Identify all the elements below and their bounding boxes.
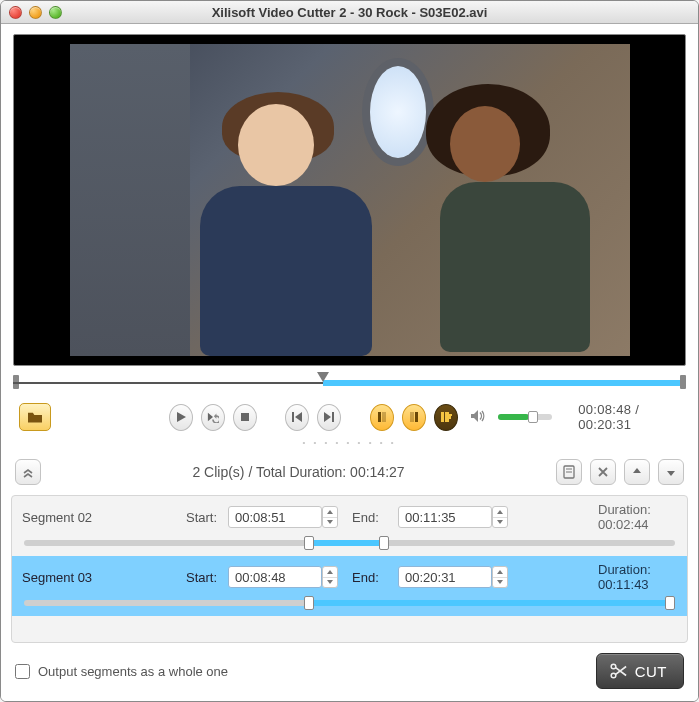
- svg-rect-0: [241, 413, 249, 421]
- video-frame: [70, 44, 630, 356]
- segment-thumb-end[interactable]: [665, 596, 675, 610]
- titlebar: Xilisoft Video Cutter 2 - 30 Rock - S03E…: [1, 1, 698, 24]
- stepper-up[interactable]: [323, 507, 337, 518]
- start-stepper[interactable]: [322, 566, 338, 588]
- mark-in-button[interactable]: [370, 404, 394, 431]
- prev-frame-button[interactable]: [285, 404, 309, 431]
- segment-end-input[interactable]: [398, 506, 492, 528]
- mark-in-icon: [376, 411, 388, 423]
- footer: Output segments as a whole one CUT: [1, 643, 698, 701]
- chevrons-up-icon: [21, 465, 35, 479]
- segment-range: [304, 540, 389, 546]
- play-loop-button[interactable]: [201, 404, 225, 431]
- stepper-down[interactable]: [323, 518, 337, 528]
- volume-icon: [470, 409, 486, 426]
- end-label: End:: [352, 510, 398, 525]
- minimize-window-button[interactable]: [29, 6, 42, 19]
- end-stepper[interactable]: [492, 506, 508, 528]
- scissors-icon: [609, 662, 627, 680]
- segment-start-input[interactable]: [228, 566, 322, 588]
- timeline[interactable]: [13, 374, 686, 392]
- add-segment-button[interactable]: [434, 404, 458, 431]
- transport-controls: 00:08:48 / 00:20:31: [1, 400, 698, 436]
- prev-frame-icon: [291, 411, 303, 423]
- stepper-down[interactable]: [493, 518, 507, 528]
- play-loop-icon: [207, 411, 219, 423]
- stepper-up[interactable]: [493, 507, 507, 518]
- output-whole-label: Output segments as a whole one: [38, 664, 228, 679]
- clips-summary: 2 Clip(s) / Total Duration: 00:14:27: [49, 464, 548, 480]
- segment-track[interactable]: [24, 540, 675, 546]
- stepper-up[interactable]: [323, 567, 337, 578]
- timecode-total: 00:20:31: [578, 417, 631, 432]
- timeline-selection: [323, 380, 686, 386]
- stop-icon: [239, 411, 251, 423]
- arrow-down-icon: [664, 465, 678, 479]
- segment-name: Segment 03: [22, 570, 186, 585]
- mark-out-button[interactable]: [402, 404, 426, 431]
- splitter-grip[interactable]: • • • • • • • • •: [1, 436, 698, 453]
- toggle-clip-list-button[interactable]: [15, 459, 41, 485]
- stop-button[interactable]: [233, 404, 257, 431]
- segment-name: Segment 02: [22, 510, 186, 525]
- start-label: Start:: [186, 510, 228, 525]
- segment-duration: Duration: 00:11:43: [598, 562, 677, 592]
- cut-button-label: CUT: [635, 663, 667, 680]
- svg-rect-2: [332, 412, 334, 422]
- end-stepper[interactable]: [492, 566, 508, 588]
- move-clip-down-button[interactable]: [658, 459, 684, 485]
- segment-row[interactable]: Segment 03 Start: End: Duration: 00:11:4…: [12, 556, 687, 616]
- delete-clip-button[interactable]: [590, 459, 616, 485]
- save-clips-button[interactable]: [556, 459, 582, 485]
- timecode-display: 00:08:48 / 00:20:31: [578, 402, 682, 432]
- open-file-button[interactable]: [19, 403, 51, 431]
- svg-rect-3: [378, 412, 381, 422]
- segment-thumb-start[interactable]: [304, 536, 314, 550]
- volume-fill: [498, 414, 530, 420]
- zoom-window-button[interactable]: [49, 6, 62, 19]
- save-icon: [562, 465, 576, 479]
- stepper-up[interactable]: [493, 567, 507, 578]
- start-label: Start:: [186, 570, 228, 585]
- content-area: 00:08:48 / 00:20:31 • • • • • • • • • 2 …: [1, 24, 698, 701]
- add-segment-icon: [440, 411, 452, 423]
- segment-thumb-start[interactable]: [304, 596, 314, 610]
- cut-button[interactable]: CUT: [596, 653, 684, 689]
- next-frame-icon: [323, 411, 335, 423]
- svg-rect-6: [445, 412, 449, 422]
- playhead[interactable]: [317, 372, 329, 382]
- stepper-down[interactable]: [323, 578, 337, 588]
- play-button[interactable]: [169, 404, 193, 431]
- svg-rect-1: [292, 412, 294, 422]
- segment-thumb-end[interactable]: [379, 536, 389, 550]
- stepper-down[interactable]: [493, 578, 507, 588]
- window-controls: [9, 6, 62, 19]
- close-icon: [596, 465, 610, 479]
- open-file-icon: [26, 410, 44, 424]
- arrow-up-icon: [630, 465, 644, 479]
- segment-end-input[interactable]: [398, 566, 492, 588]
- output-whole-checkbox-label[interactable]: Output segments as a whole one: [15, 664, 228, 679]
- window-title: Xilisoft Video Cutter 2 - 30 Rock - S03E…: [1, 5, 698, 20]
- segment-track[interactable]: [24, 600, 675, 606]
- svg-rect-5: [441, 412, 444, 422]
- svg-rect-4: [415, 412, 418, 422]
- timecode-current: 00:08:48: [578, 402, 631, 417]
- move-clip-up-button[interactable]: [624, 459, 650, 485]
- volume-thumb[interactable]: [528, 411, 538, 423]
- video-preview[interactable]: [13, 34, 686, 366]
- output-whole-checkbox[interactable]: [15, 664, 30, 679]
- segment-range: [304, 600, 675, 606]
- timeline-end-handle[interactable]: [680, 375, 686, 389]
- segment-start-input[interactable]: [228, 506, 322, 528]
- end-label: End:: [352, 570, 398, 585]
- start-stepper[interactable]: [322, 506, 338, 528]
- app-window: Xilisoft Video Cutter 2 - 30 Rock - S03E…: [0, 0, 699, 702]
- mark-out-icon: [408, 411, 420, 423]
- next-frame-button[interactable]: [317, 404, 341, 431]
- close-window-button[interactable]: [9, 6, 22, 19]
- segment-duration: Duration: 00:02:44: [598, 502, 677, 532]
- segment-row[interactable]: Segment 02 Start: End: Duration: 00:02:4…: [12, 496, 687, 556]
- volume-slider[interactable]: [498, 414, 553, 420]
- play-icon: [175, 411, 187, 423]
